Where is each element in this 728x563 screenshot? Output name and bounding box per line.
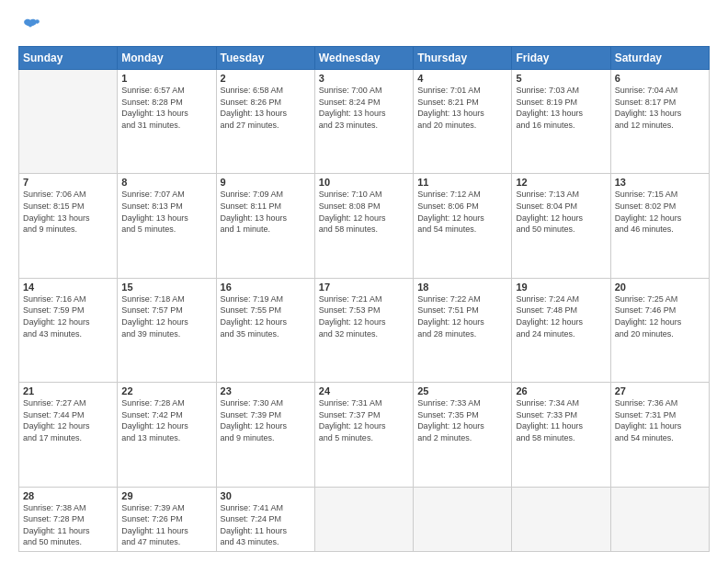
day-number: 15 xyxy=(121,282,211,293)
calendar-cell: 18Sunrise: 7:22 AM Sunset: 7:51 PM Dayli… xyxy=(414,278,512,382)
day-header-tuesday: Tuesday xyxy=(216,47,314,70)
day-number: 18 xyxy=(417,282,507,293)
calendar-cell: 14Sunrise: 7:16 AM Sunset: 7:59 PM Dayli… xyxy=(19,278,118,382)
day-info: Sunrise: 6:58 AM Sunset: 8:26 PM Dayligh… xyxy=(221,85,311,131)
calendar-cell: 19Sunrise: 7:24 AM Sunset: 7:48 PM Dayli… xyxy=(512,278,610,382)
day-number: 23 xyxy=(221,385,311,396)
day-info: Sunrise: 7:28 AM Sunset: 7:42 PM Dayligh… xyxy=(121,397,211,443)
day-number: 3 xyxy=(319,73,409,84)
calendar-cell: 4Sunrise: 7:01 AM Sunset: 8:21 PM Daylig… xyxy=(414,70,512,174)
day-header-wednesday: Wednesday xyxy=(314,47,413,70)
day-number: 8 xyxy=(121,177,211,188)
calendar-cell: 29Sunrise: 7:39 AM Sunset: 7:26 PM Dayli… xyxy=(118,487,216,551)
day-info: Sunrise: 7:39 AM Sunset: 7:26 PM Dayligh… xyxy=(121,502,211,548)
day-info: Sunrise: 7:03 AM Sunset: 8:19 PM Dayligh… xyxy=(516,85,606,131)
day-info: Sunrise: 7:07 AM Sunset: 8:13 PM Dayligh… xyxy=(121,189,211,235)
calendar-cell: 30Sunrise: 7:41 AM Sunset: 7:24 PM Dayli… xyxy=(216,487,314,551)
day-number: 11 xyxy=(417,177,507,188)
day-info: Sunrise: 7:21 AM Sunset: 7:53 PM Dayligh… xyxy=(319,293,409,339)
calendar-cell: 13Sunrise: 7:15 AM Sunset: 8:02 PM Dayli… xyxy=(610,174,709,278)
day-info: Sunrise: 7:13 AM Sunset: 8:04 PM Dayligh… xyxy=(516,189,606,235)
day-number: 22 xyxy=(121,385,211,396)
calendar-cell: 5Sunrise: 7:03 AM Sunset: 8:19 PM Daylig… xyxy=(512,70,610,174)
calendar-cell xyxy=(19,70,118,174)
day-info: Sunrise: 7:22 AM Sunset: 7:51 PM Dayligh… xyxy=(417,293,507,339)
day-info: Sunrise: 7:10 AM Sunset: 8:08 PM Dayligh… xyxy=(319,189,409,235)
day-info: Sunrise: 7:27 AM Sunset: 7:44 PM Dayligh… xyxy=(23,397,113,443)
day-number: 5 xyxy=(516,73,606,84)
day-number: 25 xyxy=(417,385,507,396)
week-row-5: 28Sunrise: 7:38 AM Sunset: 7:28 PM Dayli… xyxy=(19,487,710,551)
day-number: 27 xyxy=(615,385,705,396)
week-row-3: 14Sunrise: 7:16 AM Sunset: 7:59 PM Dayli… xyxy=(19,278,710,382)
calendar-cell: 21Sunrise: 7:27 AM Sunset: 7:44 PM Dayli… xyxy=(19,383,118,487)
day-info: Sunrise: 7:06 AM Sunset: 8:15 PM Dayligh… xyxy=(23,189,113,235)
calendar-cell: 26Sunrise: 7:34 AM Sunset: 7:33 PM Dayli… xyxy=(512,383,610,487)
day-info: Sunrise: 7:16 AM Sunset: 7:59 PM Dayligh… xyxy=(23,293,113,339)
day-info: Sunrise: 7:34 AM Sunset: 7:33 PM Dayligh… xyxy=(516,397,606,443)
day-info: Sunrise: 7:31 AM Sunset: 7:37 PM Dayligh… xyxy=(319,397,409,443)
day-info: Sunrise: 7:18 AM Sunset: 7:57 PM Dayligh… xyxy=(121,293,211,339)
day-header-thursday: Thursday xyxy=(414,47,512,70)
day-number: 13 xyxy=(615,177,705,188)
day-number: 19 xyxy=(516,282,606,293)
day-info: Sunrise: 7:01 AM Sunset: 8:21 PM Dayligh… xyxy=(417,85,507,131)
calendar-cell: 12Sunrise: 7:13 AM Sunset: 8:04 PM Dayli… xyxy=(512,174,610,278)
day-number: 28 xyxy=(23,490,113,501)
day-number: 26 xyxy=(516,385,606,396)
calendar-cell: 17Sunrise: 7:21 AM Sunset: 7:53 PM Dayli… xyxy=(314,278,413,382)
week-row-4: 21Sunrise: 7:27 AM Sunset: 7:44 PM Dayli… xyxy=(19,383,710,487)
day-info: Sunrise: 7:00 AM Sunset: 8:24 PM Dayligh… xyxy=(319,85,409,131)
calendar-cell: 9Sunrise: 7:09 AM Sunset: 8:11 PM Daylig… xyxy=(216,174,314,278)
logo xyxy=(18,17,40,37)
calendar-cell: 10Sunrise: 7:10 AM Sunset: 8:08 PM Dayli… xyxy=(314,174,413,278)
calendar-cell: 11Sunrise: 7:12 AM Sunset: 8:06 PM Dayli… xyxy=(414,174,512,278)
calendar-cell: 15Sunrise: 7:18 AM Sunset: 7:57 PM Dayli… xyxy=(118,278,216,382)
day-header-monday: Monday xyxy=(118,47,216,70)
header xyxy=(18,17,710,37)
day-header-sunday: Sunday xyxy=(19,47,118,70)
day-info: Sunrise: 7:15 AM Sunset: 8:02 PM Dayligh… xyxy=(615,189,705,235)
day-info: Sunrise: 7:41 AM Sunset: 7:24 PM Dayligh… xyxy=(221,502,311,548)
calendar-cell: 6Sunrise: 7:04 AM Sunset: 8:17 PM Daylig… xyxy=(610,70,709,174)
day-info: Sunrise: 7:09 AM Sunset: 8:11 PM Dayligh… xyxy=(221,189,311,235)
calendar-cell: 1Sunrise: 6:57 AM Sunset: 8:28 PM Daylig… xyxy=(118,70,216,174)
day-number: 9 xyxy=(221,177,311,188)
day-info: Sunrise: 7:25 AM Sunset: 7:46 PM Dayligh… xyxy=(615,293,705,339)
calendar-cell: 24Sunrise: 7:31 AM Sunset: 7:37 PM Dayli… xyxy=(314,383,413,487)
calendar-table: SundayMondayTuesdayWednesdayThursdayFrid… xyxy=(18,46,710,552)
calendar-cell: 3Sunrise: 7:00 AM Sunset: 8:24 PM Daylig… xyxy=(314,70,413,174)
day-number: 7 xyxy=(23,177,113,188)
day-info: Sunrise: 7:30 AM Sunset: 7:39 PM Dayligh… xyxy=(221,397,311,443)
day-info: Sunrise: 6:57 AM Sunset: 8:28 PM Dayligh… xyxy=(121,85,211,131)
day-number: 12 xyxy=(516,177,606,188)
day-info: Sunrise: 7:24 AM Sunset: 7:48 PM Dayligh… xyxy=(516,293,606,339)
calendar-cell: 25Sunrise: 7:33 AM Sunset: 7:35 PM Dayli… xyxy=(414,383,512,487)
day-number: 17 xyxy=(319,282,409,293)
calendar-cell: 27Sunrise: 7:36 AM Sunset: 7:31 PM Dayli… xyxy=(610,383,709,487)
day-info: Sunrise: 7:19 AM Sunset: 7:55 PM Dayligh… xyxy=(221,293,311,339)
day-number: 24 xyxy=(319,385,409,396)
calendar-cell: 20Sunrise: 7:25 AM Sunset: 7:46 PM Dayli… xyxy=(610,278,709,382)
day-number: 6 xyxy=(615,73,705,84)
calendar-cell xyxy=(414,487,512,551)
day-number: 2 xyxy=(221,73,311,84)
week-row-2: 7Sunrise: 7:06 AM Sunset: 8:15 PM Daylig… xyxy=(19,174,710,278)
calendar-cell xyxy=(610,487,709,551)
day-header-saturday: Saturday xyxy=(610,47,709,70)
week-row-1: 1Sunrise: 6:57 AM Sunset: 8:28 PM Daylig… xyxy=(19,70,710,174)
day-info: Sunrise: 7:33 AM Sunset: 7:35 PM Dayligh… xyxy=(417,397,507,443)
calendar-cell: 7Sunrise: 7:06 AM Sunset: 8:15 PM Daylig… xyxy=(19,174,118,278)
day-info: Sunrise: 7:36 AM Sunset: 7:31 PM Dayligh… xyxy=(615,397,705,443)
day-number: 1 xyxy=(121,73,211,84)
day-number: 29 xyxy=(121,490,211,501)
day-number: 30 xyxy=(221,490,311,501)
calendar-cell: 8Sunrise: 7:07 AM Sunset: 8:13 PM Daylig… xyxy=(118,174,216,278)
day-info: Sunrise: 7:38 AM Sunset: 7:28 PM Dayligh… xyxy=(23,502,113,548)
page: SundayMondayTuesdayWednesdayThursdayFrid… xyxy=(0,0,728,563)
day-number: 4 xyxy=(417,73,507,84)
day-number: 14 xyxy=(23,282,113,293)
calendar-cell xyxy=(314,487,413,551)
day-number: 16 xyxy=(221,282,311,293)
day-number: 20 xyxy=(615,282,705,293)
